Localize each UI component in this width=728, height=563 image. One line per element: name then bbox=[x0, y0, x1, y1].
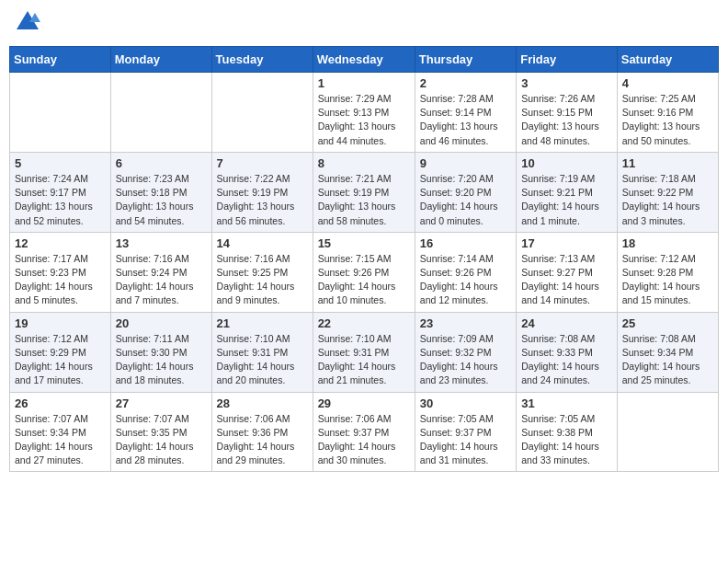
day-number: 21 bbox=[217, 316, 308, 330]
calendar-cell: 22Sunrise: 7:10 AM Sunset: 9:31 PM Dayli… bbox=[313, 312, 415, 392]
day-info: Sunrise: 7:12 AM Sunset: 9:29 PM Dayligh… bbox=[15, 332, 106, 388]
day-number: 19 bbox=[15, 316, 106, 330]
calendar-header-row: SundayMondayTuesdayWednesdayThursdayFrid… bbox=[10, 47, 719, 73]
day-number: 9 bbox=[420, 156, 511, 170]
calendar-cell: 18Sunrise: 7:12 AM Sunset: 9:28 PM Dayli… bbox=[617, 232, 718, 312]
calendar-cell: 8Sunrise: 7:21 AM Sunset: 9:19 PM Daylig… bbox=[313, 152, 415, 232]
column-header-friday: Friday bbox=[517, 47, 618, 73]
calendar-cell: 14Sunrise: 7:16 AM Sunset: 9:25 PM Dayli… bbox=[211, 232, 313, 312]
day-info: Sunrise: 7:10 AM Sunset: 9:31 PM Dayligh… bbox=[217, 332, 308, 388]
day-number: 17 bbox=[521, 236, 612, 250]
calendar-cell bbox=[110, 73, 211, 153]
day-info: Sunrise: 7:09 AM Sunset: 9:32 PM Dayligh… bbox=[420, 332, 511, 388]
calendar-cell: 12Sunrise: 7:17 AM Sunset: 9:23 PM Dayli… bbox=[10, 232, 111, 312]
day-info: Sunrise: 7:15 AM Sunset: 9:26 PM Dayligh… bbox=[318, 252, 410, 308]
calendar-cell: 23Sunrise: 7:09 AM Sunset: 9:32 PM Dayli… bbox=[415, 312, 516, 392]
day-number: 22 bbox=[318, 316, 410, 330]
day-info: Sunrise: 7:20 AM Sunset: 9:20 PM Dayligh… bbox=[420, 172, 511, 228]
calendar-cell: 25Sunrise: 7:08 AM Sunset: 9:34 PM Dayli… bbox=[617, 312, 718, 392]
calendar-cell: 9Sunrise: 7:20 AM Sunset: 9:20 PM Daylig… bbox=[415, 152, 516, 232]
day-info: Sunrise: 7:10 AM Sunset: 9:31 PM Dayligh… bbox=[318, 332, 410, 388]
day-number: 10 bbox=[521, 156, 612, 170]
day-number: 14 bbox=[217, 236, 308, 250]
calendar-cell: 20Sunrise: 7:11 AM Sunset: 9:30 PM Dayli… bbox=[110, 312, 211, 392]
day-info: Sunrise: 7:19 AM Sunset: 9:21 PM Dayligh… bbox=[521, 172, 612, 228]
day-info: Sunrise: 7:16 AM Sunset: 9:24 PM Dayligh… bbox=[116, 252, 207, 308]
day-info: Sunrise: 7:12 AM Sunset: 9:28 PM Dayligh… bbox=[622, 252, 713, 308]
day-info: Sunrise: 7:05 AM Sunset: 9:37 PM Dayligh… bbox=[420, 412, 511, 468]
calendar-cell: 26Sunrise: 7:07 AM Sunset: 9:34 PM Dayli… bbox=[10, 392, 111, 472]
calendar-cell: 17Sunrise: 7:13 AM Sunset: 9:27 PM Dayli… bbox=[517, 232, 618, 312]
day-number: 30 bbox=[420, 396, 511, 410]
day-number: 7 bbox=[217, 156, 308, 170]
day-number: 11 bbox=[622, 156, 713, 170]
column-header-wednesday: Wednesday bbox=[313, 47, 415, 73]
calendar-cell: 21Sunrise: 7:10 AM Sunset: 9:31 PM Dayli… bbox=[211, 312, 313, 392]
week-row-1: 5Sunrise: 7:24 AM Sunset: 9:17 PM Daylig… bbox=[10, 152, 719, 232]
day-info: Sunrise: 7:25 AM Sunset: 9:16 PM Dayligh… bbox=[622, 92, 713, 148]
calendar-cell: 15Sunrise: 7:15 AM Sunset: 9:26 PM Dayli… bbox=[313, 232, 415, 312]
day-info: Sunrise: 7:23 AM Sunset: 9:18 PM Dayligh… bbox=[116, 172, 207, 228]
column-header-monday: Monday bbox=[110, 47, 211, 73]
week-row-4: 26Sunrise: 7:07 AM Sunset: 9:34 PM Dayli… bbox=[10, 392, 719, 472]
calendar-cell: 30Sunrise: 7:05 AM Sunset: 9:37 PM Dayli… bbox=[415, 392, 516, 472]
calendar-cell: 5Sunrise: 7:24 AM Sunset: 9:17 PM Daylig… bbox=[10, 152, 111, 232]
day-info: Sunrise: 7:21 AM Sunset: 9:19 PM Dayligh… bbox=[318, 172, 410, 228]
day-number: 4 bbox=[622, 76, 713, 90]
day-number: 2 bbox=[420, 76, 511, 90]
calendar-cell: 24Sunrise: 7:08 AM Sunset: 9:33 PM Dayli… bbox=[517, 312, 618, 392]
day-info: Sunrise: 7:11 AM Sunset: 9:30 PM Dayligh… bbox=[116, 332, 207, 388]
day-number: 1 bbox=[318, 76, 410, 90]
day-info: Sunrise: 7:08 AM Sunset: 9:33 PM Dayligh… bbox=[521, 332, 612, 388]
calendar-cell: 4Sunrise: 7:25 AM Sunset: 9:16 PM Daylig… bbox=[617, 73, 718, 153]
day-info: Sunrise: 7:06 AM Sunset: 9:37 PM Dayligh… bbox=[318, 412, 410, 468]
calendar-cell: 28Sunrise: 7:06 AM Sunset: 9:36 PM Dayli… bbox=[211, 392, 313, 472]
day-info: Sunrise: 7:07 AM Sunset: 9:34 PM Dayligh… bbox=[15, 412, 106, 468]
day-number: 20 bbox=[116, 316, 207, 330]
day-info: Sunrise: 7:17 AM Sunset: 9:23 PM Dayligh… bbox=[15, 252, 106, 308]
day-number: 29 bbox=[318, 396, 410, 410]
calendar-table: SundayMondayTuesdayWednesdayThursdayFrid… bbox=[9, 46, 719, 472]
calendar-cell: 13Sunrise: 7:16 AM Sunset: 9:24 PM Dayli… bbox=[110, 232, 211, 312]
day-number: 3 bbox=[521, 76, 612, 90]
day-number: 5 bbox=[15, 156, 106, 170]
day-number: 25 bbox=[622, 316, 713, 330]
day-number: 26 bbox=[15, 396, 106, 410]
column-header-sunday: Sunday bbox=[10, 47, 111, 73]
calendar-cell bbox=[617, 392, 718, 472]
calendar-cell: 6Sunrise: 7:23 AM Sunset: 9:18 PM Daylig… bbox=[110, 152, 211, 232]
calendar-cell: 29Sunrise: 7:06 AM Sunset: 9:37 PM Dayli… bbox=[313, 392, 415, 472]
day-info: Sunrise: 7:08 AM Sunset: 9:34 PM Dayligh… bbox=[622, 332, 713, 388]
calendar-cell bbox=[10, 73, 111, 153]
day-number: 15 bbox=[318, 236, 410, 250]
day-number: 12 bbox=[15, 236, 106, 250]
day-info: Sunrise: 7:29 AM Sunset: 9:13 PM Dayligh… bbox=[318, 92, 410, 148]
column-header-tuesday: Tuesday bbox=[211, 47, 313, 73]
calendar-cell: 16Sunrise: 7:14 AM Sunset: 9:26 PM Dayli… bbox=[415, 232, 516, 312]
column-header-saturday: Saturday bbox=[617, 47, 718, 73]
day-info: Sunrise: 7:18 AM Sunset: 9:22 PM Dayligh… bbox=[622, 172, 713, 228]
day-info: Sunrise: 7:06 AM Sunset: 9:36 PM Dayligh… bbox=[217, 412, 308, 468]
logo bbox=[13, 9, 40, 39]
day-number: 27 bbox=[116, 396, 207, 410]
week-row-3: 19Sunrise: 7:12 AM Sunset: 9:29 PM Dayli… bbox=[10, 312, 719, 392]
day-number: 24 bbox=[521, 316, 612, 330]
calendar-cell: 19Sunrise: 7:12 AM Sunset: 9:29 PM Dayli… bbox=[10, 312, 111, 392]
calendar-cell: 3Sunrise: 7:26 AM Sunset: 9:15 PM Daylig… bbox=[517, 73, 618, 153]
calendar-cell: 11Sunrise: 7:18 AM Sunset: 9:22 PM Dayli… bbox=[617, 152, 718, 232]
calendar-cell: 7Sunrise: 7:22 AM Sunset: 9:19 PM Daylig… bbox=[211, 152, 313, 232]
day-number: 13 bbox=[116, 236, 207, 250]
calendar-cell: 2Sunrise: 7:28 AM Sunset: 9:14 PM Daylig… bbox=[415, 73, 516, 153]
day-info: Sunrise: 7:14 AM Sunset: 9:26 PM Dayligh… bbox=[420, 252, 511, 308]
day-number: 18 bbox=[622, 236, 713, 250]
column-header-thursday: Thursday bbox=[415, 47, 516, 73]
calendar-cell: 31Sunrise: 7:05 AM Sunset: 9:38 PM Dayli… bbox=[517, 392, 618, 472]
day-info: Sunrise: 7:26 AM Sunset: 9:15 PM Dayligh… bbox=[521, 92, 612, 148]
day-info: Sunrise: 7:24 AM Sunset: 9:17 PM Dayligh… bbox=[15, 172, 106, 228]
day-number: 8 bbox=[318, 156, 410, 170]
logo-icon bbox=[15, 9, 40, 35]
page-header bbox=[9, 9, 719, 39]
week-row-0: 1Sunrise: 7:29 AM Sunset: 9:13 PM Daylig… bbox=[10, 73, 719, 153]
week-row-2: 12Sunrise: 7:17 AM Sunset: 9:23 PM Dayli… bbox=[10, 232, 719, 312]
day-number: 31 bbox=[521, 396, 612, 410]
